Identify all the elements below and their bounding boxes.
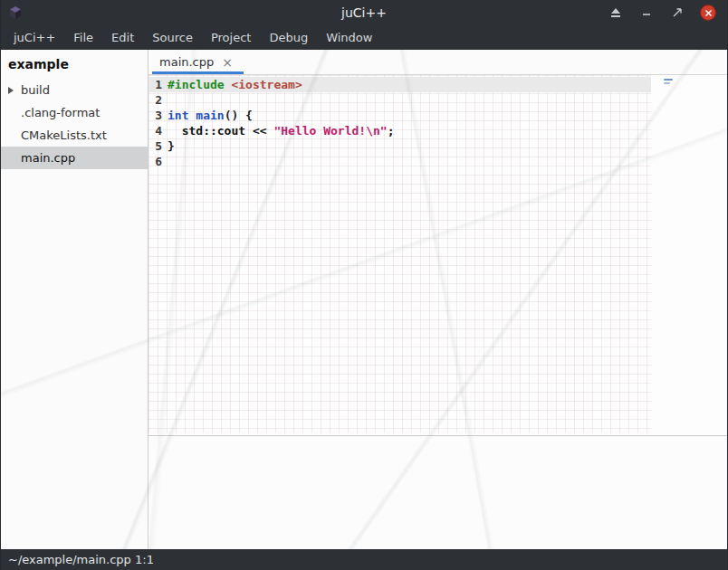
jucipp-window: juCi++ xyxy=(0,0,728,570)
code-token: "Hello World!\n" xyxy=(273,124,387,138)
line-number: 1 xyxy=(148,77,162,92)
window-controls xyxy=(608,5,727,21)
project-name-header: example xyxy=(1,52,148,79)
sidebar-item-label: main.cpp xyxy=(21,151,75,165)
tab-main-cpp[interactable]: main.cpp× xyxy=(152,50,244,74)
code-token: ; xyxy=(388,124,395,138)
line-number: 6 xyxy=(148,154,162,169)
titlebar[interactable]: juCi++ xyxy=(1,0,727,25)
code-token xyxy=(168,124,182,138)
tab-close-icon[interactable]: × xyxy=(222,56,233,69)
code-line: 6 xyxy=(148,154,651,169)
restore-button[interactable] xyxy=(669,5,685,21)
scrollbar-overview xyxy=(664,79,673,86)
sidebar-item-label: CMakeLists.txt xyxy=(21,128,107,142)
code-area[interactable]: 1#include <iostream>23int main() {4 std:… xyxy=(148,75,651,433)
sidebar-item-label: .clang-format xyxy=(21,106,100,119)
statusbar-file-position: ~/example/main.cpp 1:1 xyxy=(8,553,154,566)
code-token: std xyxy=(182,124,203,138)
code-line: 3int main() { xyxy=(148,108,651,123)
code-line: 5} xyxy=(148,138,651,154)
line-number: 5 xyxy=(148,138,162,154)
line-code: } xyxy=(168,138,175,154)
scroll-mark xyxy=(664,82,670,84)
line-number: 4 xyxy=(148,123,162,138)
code-token: #include xyxy=(168,78,225,91)
line-number: 3 xyxy=(148,108,162,123)
statusbar: ~/example/main.cpp 1:1 xyxy=(1,549,727,570)
minimize-icon xyxy=(641,7,652,18)
sidebar-item-cmakelists-txt[interactable]: CMakeLists.txt xyxy=(1,124,148,147)
sidebar-item-build[interactable]: build xyxy=(1,79,148,101)
code-token: cout xyxy=(217,124,245,138)
menu-item-window[interactable]: Window xyxy=(317,27,381,48)
file-browser-sidebar: example build.clang-formatCMakeLists.txt… xyxy=(1,50,148,549)
menu-item-source[interactable]: Source xyxy=(143,27,202,48)
menu-item-debug[interactable]: Debug xyxy=(260,27,317,48)
sidebar-item-label: build xyxy=(21,83,50,97)
code-token: <iostream> xyxy=(231,78,302,91)
menu-item-edit[interactable]: Edit xyxy=(102,27,143,48)
menu-item-file[interactable]: File xyxy=(64,27,102,48)
file-tree: build.clang-formatCMakeLists.txtmain.cpp xyxy=(1,79,148,169)
close-button[interactable] xyxy=(700,5,716,21)
keep-above-button[interactable] xyxy=(608,5,624,21)
line-code: int main() { xyxy=(168,108,253,123)
code-line: 1#include <iostream> xyxy=(148,77,651,92)
code-token: :: xyxy=(203,124,217,138)
expander-icon[interactable] xyxy=(8,87,21,94)
output-panel xyxy=(148,436,727,549)
minimize-button[interactable] xyxy=(638,5,655,21)
code-line: 4 std::cout << "Hello World!\n"; xyxy=(148,123,651,138)
restore-icon xyxy=(672,7,683,18)
eject-icon xyxy=(610,7,621,18)
code-token: } xyxy=(168,139,175,153)
line-code: #include <iostream> xyxy=(168,77,302,92)
sidebar-item-clang-format[interactable]: .clang-format xyxy=(1,101,148,124)
sidebar-item-main-cpp[interactable]: main.cpp xyxy=(1,147,148,169)
close-icon xyxy=(704,9,713,17)
editor-pane[interactable]: 1#include <iostream>23int main() {4 std:… xyxy=(148,75,727,435)
line-number: 2 xyxy=(148,92,162,108)
code-token: int xyxy=(168,109,188,122)
scroll-mark xyxy=(664,79,673,81)
editor-column: main.cpp× 1#include <iostream>23int main… xyxy=(148,50,727,549)
content-area: example build.clang-formatCMakeLists.txt… xyxy=(1,50,727,549)
app-logo-icon xyxy=(8,5,23,20)
menu-item-juci[interactable]: juCi++ xyxy=(5,27,64,48)
menu-item-project[interactable]: Project xyxy=(202,27,260,48)
code-token: main xyxy=(196,109,224,122)
code-line: 2 xyxy=(148,92,651,108)
tabbar: main.cpp× xyxy=(148,50,727,75)
line-code: std::cout << "Hello World!\n"; xyxy=(168,123,394,138)
code-token: () { xyxy=(225,109,253,122)
code-token: << xyxy=(245,124,273,138)
menubar: juCi++FileEditSourceProjectDebugWindow xyxy=(1,25,727,50)
tab-label: main.cpp xyxy=(159,55,214,69)
